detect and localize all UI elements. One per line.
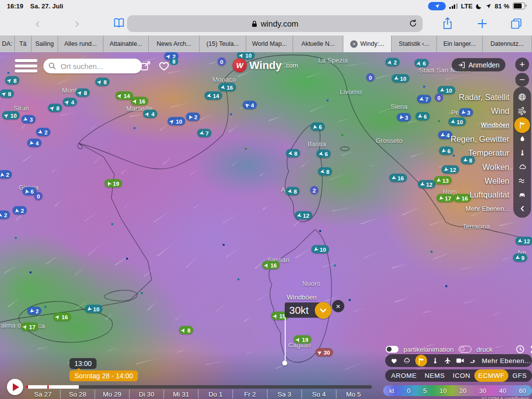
browser-tab-6[interactable]: (15) Teula... [200, 35, 246, 52]
layer-menu-item-waves[interactable]: Wellen [485, 176, 509, 185]
heart-icon[interactable] [390, 357, 398, 365]
wind-report-badge[interactable]: 8 [318, 167, 332, 176]
browser-tab-0[interactable]: DA: [0, 35, 15, 52]
picker-expand-button[interactable] [315, 302, 332, 319]
wind-report-badge[interactable]: 2 [12, 206, 27, 215]
wind-report-badge[interactable]: 2 [310, 186, 319, 195]
thermo-icon[interactable] [517, 147, 528, 158]
wind-report-badge[interactable]: 2 [0, 211, 10, 219]
wind-report-badge[interactable]: 6 [310, 123, 325, 131]
wind-report-badge[interactable]: 4 [242, 101, 257, 109]
pressure-toggle[interactable] [459, 346, 471, 353]
login-button[interactable]: Anmelden [452, 58, 505, 71]
wind-icon[interactable] [517, 105, 528, 116]
wind-report-badge[interactable]: 3 [459, 108, 473, 117]
globe-icon[interactable] [517, 92, 528, 102]
timeline-day[interactable]: Sa 27 [26, 390, 60, 399]
wind-report-badge[interactable]: 12 [515, 237, 532, 245]
more-layers-button[interactable]: Mehr Ebenen... [482, 357, 531, 365]
windsock-icon[interactable] [415, 355, 427, 366]
wind-report-badge[interactable]: 7 [197, 129, 211, 137]
timeline-day[interactable]: Sa 3 [267, 390, 301, 399]
wind-report-badge[interactable]: 6 [415, 112, 430, 121]
browser-tab-11[interactable]: Ein langer... [437, 35, 483, 52]
thermo-icon[interactable] [432, 357, 439, 365]
layer-menu-item-globe[interactable]: Radar, Satellit [459, 93, 509, 102]
waves-icon[interactable] [517, 175, 528, 186]
layer-menu-item-wind[interactable]: Wind [491, 106, 509, 116]
new-tab-icon[interactable] [477, 18, 488, 29]
wind-report-badge[interactable]: 2 [186, 113, 200, 121]
windsock-icon[interactable] [514, 117, 530, 133]
chevleft-icon[interactable] [517, 203, 528, 214]
address-bar[interactable]: windy.com [127, 15, 423, 32]
wind-report-badge[interactable]: 14 [204, 92, 222, 100]
wind-report-badge[interactable]: 4 [143, 110, 157, 118]
model-option-nems[interactable]: NEMS [421, 369, 449, 382]
browser-tab-7[interactable]: World Map... [246, 35, 293, 52]
model-option-gfs[interactable]: GFS [508, 369, 531, 382]
wind-report-badge[interactable]: 3 [21, 115, 35, 124]
browser-tab-10[interactable]: Statistik ‹... [392, 35, 437, 52]
timeline-selected-time[interactable]: Sonntag 28 - 14:00 [69, 370, 138, 381]
browser-tab-5[interactable]: News Arch... [149, 35, 200, 52]
wind-report-badge[interactable]: 0 [218, 58, 226, 66]
wind-report-badge[interactable]: 8 [286, 149, 300, 158]
layer-menu-item-drop[interactable]: Regen, Gewitter [451, 134, 509, 143]
timeline-track[interactable] [26, 385, 372, 389]
wind-report-badge[interactable]: 16 [453, 194, 471, 202]
wind-report-badge[interactable]: 13 [434, 176, 452, 185]
browser-tab-1[interactable]: Tä [15, 35, 32, 52]
wind-report-badge[interactable]: 14 [115, 92, 133, 100]
back-button[interactable]: ‹ [35, 16, 40, 31]
model-option-ecmwf[interactable]: ECMWF [474, 369, 509, 382]
wind-report-badge[interactable]: 10 [167, 117, 185, 126]
search-box[interactable] [43, 59, 142, 73]
model-option-icon[interactable]: ICON [449, 369, 474, 382]
drop-icon[interactable] [517, 133, 528, 144]
wind-report-badge[interactable]: 16 [53, 313, 71, 321]
browser-tab-4[interactable]: Attainable... [103, 35, 149, 52]
timeline-day[interactable]: Fr 2 [233, 390, 267, 399]
layer-menu-item-cloud[interactable]: Wolken [482, 162, 509, 171]
wind-report-badge[interactable]: 10 [392, 74, 409, 83]
wind-report-badge[interactable]: 12 [441, 166, 459, 174]
wind-report-badge[interactable]: 8 [95, 78, 109, 86]
picker-close-button[interactable]: × [332, 300, 344, 312]
wind-report-badge[interactable]: 16 [262, 261, 280, 269]
wind-report-badge[interactable]: 16 [218, 83, 236, 92]
plane-icon[interactable] [443, 357, 451, 365]
wind-report-badge[interactable]: 2 [27, 307, 41, 315]
wind-report-badge[interactable]: 4 [63, 98, 77, 106]
wind-report-badge[interactable]: 8 [0, 90, 14, 98]
wind-report-badge[interactable]: 30 [315, 348, 333, 357]
camera-icon[interactable] [456, 357, 465, 364]
menu-hamburger-icon[interactable] [15, 59, 37, 72]
wind-report-badge[interactable]: 17 [21, 323, 38, 331]
layer-menu-item-thermo[interactable]: Temperatur [468, 148, 509, 158]
wind-report-badge[interactable]: 8 [5, 76, 19, 85]
wind-report-badge[interactable]: 19 [294, 335, 311, 344]
wind-report-badge[interactable]: 2 [36, 128, 50, 136]
timeline-day[interactable]: Di 30 [129, 390, 164, 399]
wind-report-badge[interactable]: 9 [513, 254, 527, 262]
wind-report-badge[interactable]: 10 [311, 245, 329, 254]
wind-report-badge[interactable]: 3 [397, 113, 411, 122]
wind-report-badge[interactable]: 0 [435, 94, 443, 102]
time-settings-icon[interactable] [515, 344, 525, 354]
windy-logo[interactable]: W Windy .com [233, 58, 298, 72]
layer-menu-item-car[interactable]: Luftqualität [469, 190, 509, 200]
wind-report-badge[interactable]: 6 [439, 147, 453, 155]
browser-tab-2[interactable]: Sailing [32, 35, 58, 52]
fullscreen-icon[interactable] [530, 345, 532, 354]
cloudrain-icon[interactable] [402, 357, 411, 365]
browser-tab-8[interactable]: Aktuelle N... [293, 35, 343, 52]
wind-report-badge[interactable]: 8 [179, 326, 193, 334]
wind-report-badge[interactable]: 8 [75, 89, 90, 97]
wind-report-badge[interactable]: 12 [295, 211, 312, 220]
wind-report-badge[interactable]: 8 [285, 187, 299, 196]
wind-report-badge[interactable]: 10 [448, 118, 466, 126]
tab-close-button[interactable]: × [350, 40, 358, 48]
map-share-icon[interactable] [140, 61, 152, 71]
timeline-day[interactable]: Mi 31 [164, 390, 198, 399]
